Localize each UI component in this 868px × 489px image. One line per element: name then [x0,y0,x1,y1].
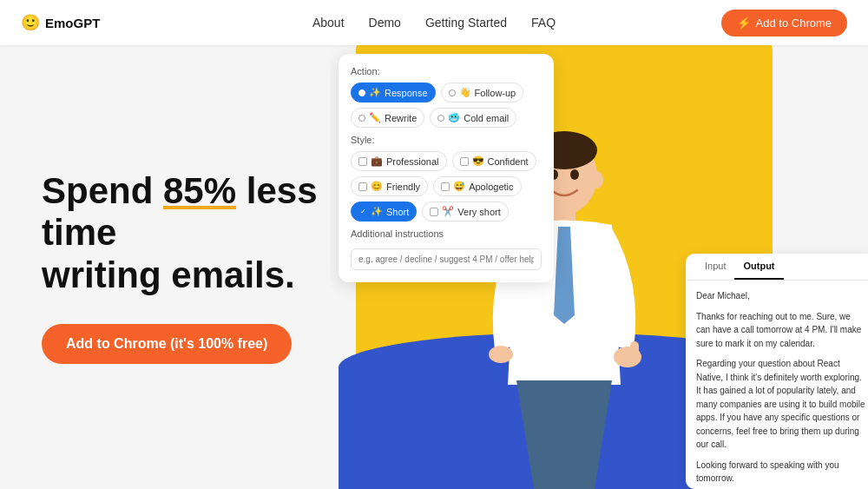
check-very-short [430,208,438,216]
action-response-label: Response [385,88,428,98]
left-panel: Spend 85% less time writing emails. Add … [0,170,330,364]
style-options-row2: 😊 Friendly 😅 Apologetic [351,176,542,196]
svg-rect-4 [630,341,639,359]
main-content: Spend 85% less time writing emails. Add … [0,45,868,489]
style-very-short-emoji: ✂️ [442,206,454,217]
action-cold-email[interactable]: 🥶 Cold email [430,108,516,128]
check-confident [460,157,469,166]
nav-getting-started[interactable]: Getting Started [425,16,507,30]
output-tabs: Input Output [686,254,868,281]
svg-point-9 [591,171,603,188]
headline: Spend 85% less time writing emails. [42,170,330,296]
output-greeting: Dear Michael, [696,289,866,303]
style-professional[interactable]: 💼 Professional [351,151,447,171]
style-very-short-label: Very short [457,207,501,217]
style-options-row1: 💼 Professional 😎 Confident [351,151,542,171]
additional-label: Additional instructions [351,228,542,239]
action-options-row1: ✨ Response 👋 Follow-up [351,83,542,102]
radio-cold-email [437,115,444,122]
action-followup-label: Follow-up [475,88,516,98]
navbar-add-to-chrome-button[interactable]: ⚡ Add to Chrome [721,10,847,36]
action-rewrite-label: Rewrite [385,113,417,123]
action-followup[interactable]: 👋 Follow-up [441,83,524,102]
hero-add-to-chrome-button[interactable]: Add to Chrome (it's 100% free) [42,324,292,364]
style-professional-label: Professional [386,156,439,167]
output-card: Input Output Dear Michael, Thanks for re… [686,254,868,489]
check-apologetic [441,182,450,191]
style-apologetic[interactable]: 😅 Apologetic [433,176,521,196]
logo: 🙂 EmoGPT [21,13,100,32]
style-label: Style: [351,135,542,145]
check-professional [358,157,367,166]
style-apologetic-label: Apologetic [469,182,513,192]
nav-links: About Demo Getting Started FAQ [312,16,556,30]
svg-point-7 [570,169,579,180]
style-professional-emoji: 💼 [371,155,383,167]
check-short: ✓ [358,208,367,216]
style-friendly[interactable]: 😊 Friendly [351,176,428,196]
action-response[interactable]: ✨ Response [351,83,436,102]
action-followup-emoji: 👋 [459,87,471,98]
headline-line2: writing emails. [42,254,295,295]
radio-response [358,89,365,96]
headline-part1: Spend [42,170,163,211]
tab-output[interactable]: Output [734,254,783,280]
style-confident-label: Confident [488,156,529,167]
action-response-emoji: ✨ [369,87,381,98]
action-label: Action: [351,66,542,76]
style-short-label: Short [386,207,409,217]
action-cold-email-emoji: 🥶 [448,112,460,123]
action-cold-email-label: Cold email [464,113,509,123]
action-rewrite[interactable]: ✏️ Rewrite [351,108,424,128]
nav-about[interactable]: About [312,16,345,30]
headline-highlight: 85% [163,170,236,211]
tab-input[interactable]: Input [696,254,734,280]
svg-point-5 [489,346,513,363]
emogpt-action-card: Action: ✨ Response 👋 Follow-up ✏️ Rewrit [339,54,554,282]
radio-followup [449,89,456,96]
logo-emoji: 🙂 [21,13,40,32]
style-very-short[interactable]: ✂️ Very short [422,202,509,221]
nav-faq[interactable]: FAQ [531,16,556,30]
style-options-row3: ✓ ✨ Short ✂️ Very short [351,202,542,221]
nav-cta-icon: ⚡ [737,17,751,30]
logo-text: EmoGPT [45,16,100,30]
output-para3: Looking forward to speaking with you tom… [696,459,866,486]
action-rewrite-emoji: ✏️ [369,112,381,123]
action-options-row2: ✏️ Rewrite 🥶 Cold email [351,108,542,128]
nav-demo[interactable]: Demo [369,16,401,30]
style-short[interactable]: ✓ ✨ Short [351,202,417,221]
check-friendly [358,182,367,191]
output-para2: Regarding your question about React Nati… [696,357,866,452]
style-friendly-label: Friendly [386,182,420,192]
right-panel: Action: ✨ Response 👋 Follow-up ✏️ Rewrit [330,45,868,489]
style-confident-emoji: 😎 [472,155,484,167]
style-apologetic-emoji: 😅 [453,181,465,192]
output-body: Dear Michael, Thanks for reaching out to… [686,281,868,489]
style-confident[interactable]: 😎 Confident [452,151,536,171]
output-para1: Thanks for reaching out to me. Sure, we … [696,310,866,351]
radio-rewrite [358,115,365,122]
style-friendly-emoji: 😊 [371,181,383,192]
additional-instructions-input[interactable] [351,248,542,270]
navbar: 🙂 EmoGPT About Demo Getting Started FAQ … [0,0,868,45]
style-short-emoji: ✨ [371,206,383,217]
nav-cta-label: Add to Chrome [756,17,832,30]
